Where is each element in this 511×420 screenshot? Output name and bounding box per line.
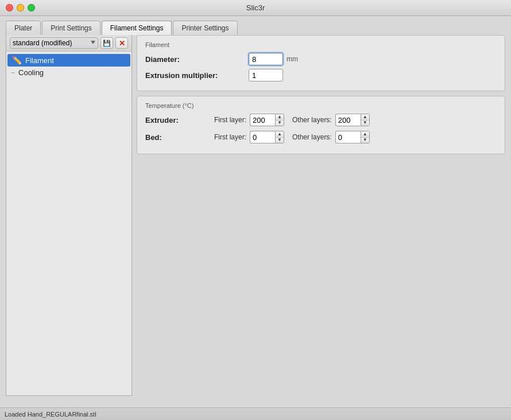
window-title: Slic3r <box>246 3 265 12</box>
bed-label: Bed: <box>145 133 214 142</box>
extruder-first-layer-group: First layer: ▲ ▼ <box>214 114 284 126</box>
cooling-icon: ~ <box>11 69 15 77</box>
bed-other-layers-spinbox: ▲ ▼ <box>335 131 370 143</box>
sidebar-list: ✏️ Filament ~ Cooling <box>6 52 131 395</box>
extrusion-multiplier-row: Extrusion multiplier: <box>145 69 497 81</box>
bed-first-layer-up[interactable]: ▲ <box>276 131 284 138</box>
main-window: Plater Print Settings Filament Settings … <box>0 16 511 420</box>
diameter-unit: mm <box>287 55 298 63</box>
close-button[interactable] <box>6 4 13 11</box>
maximize-button[interactable] <box>28 4 35 11</box>
save-preset-button[interactable]: 💾 <box>100 37 113 49</box>
extruder-first-layer-spinbox: ▲ ▼ <box>250 114 284 126</box>
bed-first-layer-input[interactable] <box>250 131 275 143</box>
bed-first-layer-arrows: ▲ ▼ <box>275 131 284 143</box>
bed-other-layers-label: Other layers: <box>292 133 332 141</box>
extrusion-multiplier-input[interactable] <box>249 69 283 81</box>
bed-other-layers-down[interactable]: ▼ <box>361 138 369 143</box>
extruder-other-layers-group: Other layers: ▲ ▼ <box>292 114 370 126</box>
bed-other-layers-up[interactable]: ▲ <box>361 131 369 138</box>
sidebar-item-filament[interactable]: ✏️ Filament <box>7 54 130 67</box>
extruder-other-layers-down[interactable]: ▼ <box>361 120 369 126</box>
save-icon: 💾 <box>103 40 111 47</box>
bed-temp-row: Bed: First layer: ▲ ▼ Other layers: <box>145 131 497 143</box>
temperature-section-title: Temperature (°C) <box>145 102 497 109</box>
extruder-other-layers-up[interactable]: ▲ <box>361 114 369 120</box>
extruder-first-layer-arrows: ▲ ▼ <box>275 114 284 126</box>
titlebar: Slic3r <box>0 0 511 16</box>
bed-first-layer-spinbox: ▲ ▼ <box>250 131 284 143</box>
extruder-first-layer-input[interactable] <box>250 114 275 126</box>
bed-other-layers-group: Other layers: ▲ ▼ <box>292 131 370 143</box>
extruder-other-layers-arrows: ▲ ▼ <box>361 114 370 126</box>
bed-first-layer-group: First layer: ▲ ▼ <box>214 131 284 143</box>
sidebar-item-cooling-label: Cooling <box>18 68 44 77</box>
diameter-input[interactable] <box>249 53 283 65</box>
delete-icon: ✕ <box>119 39 125 48</box>
tab-print-settings[interactable]: Print Settings <box>42 21 100 35</box>
diameter-label: Diameter: <box>145 55 249 64</box>
sidebar-toolbar: standard (modified) 💾 ✕ <box>6 35 131 52</box>
statusbar: Loaded Hand_REGULARfinal.stl <box>0 407 511 420</box>
bed-other-layers-arrows: ▲ ▼ <box>361 131 370 143</box>
diameter-row: Diameter: mm <box>145 53 497 65</box>
sidebar-item-cooling[interactable]: ~ Cooling <box>6 67 131 79</box>
titlebar-buttons <box>6 4 35 11</box>
sidebar-item-filament-label: Filament <box>25 56 54 65</box>
status-message: Loaded Hand_REGULARfinal.stl <box>5 411 96 418</box>
minimize-button[interactable] <box>17 4 24 11</box>
bed-first-layer-down[interactable]: ▼ <box>276 138 284 143</box>
extruder-temp-row: Extruder: First layer: ▲ ▼ Other layers: <box>145 114 497 126</box>
extruder-first-layer-down[interactable]: ▼ <box>276 120 284 126</box>
tab-printer-settings[interactable]: Printer Settings <box>173 21 237 35</box>
filament-section: Filament Diameter: mm Extrusion multipli… <box>137 35 505 91</box>
delete-preset-button[interactable]: ✕ <box>115 37 128 49</box>
content-area: standard (modified) 💾 ✕ ✏️ Filament ~ Co… <box>0 35 511 407</box>
preset-select[interactable]: standard (modified) <box>10 37 98 49</box>
tabbar: Plater Print Settings Filament Settings … <box>0 16 511 35</box>
filament-section-title: Filament <box>145 41 497 48</box>
extrusion-multiplier-label: Extrusion multiplier: <box>145 71 249 80</box>
extruder-other-layers-input[interactable] <box>335 114 361 126</box>
main-panel: Filament Diameter: mm Extrusion multipli… <box>132 35 511 407</box>
extruder-first-layer-label: First layer: <box>214 116 246 124</box>
extruder-other-layers-label: Other layers: <box>292 116 332 124</box>
extruder-first-layer-up[interactable]: ▲ <box>276 114 284 120</box>
temperature-section: Temperature (°C) Extruder: First layer: … <box>137 96 505 154</box>
extruder-other-layers-spinbox: ▲ ▼ <box>335 114 370 126</box>
filament-icon: ✏️ <box>12 56 22 65</box>
bed-other-layers-input[interactable] <box>335 131 361 143</box>
tab-filament-settings[interactable]: Filament Settings <box>102 21 172 35</box>
extruder-label: Extruder: <box>145 116 214 125</box>
tab-plater[interactable]: Plater <box>6 21 41 35</box>
sidebar: standard (modified) 💾 ✕ ✏️ Filament ~ Co… <box>6 35 132 396</box>
bed-first-layer-label: First layer: <box>214 133 246 141</box>
